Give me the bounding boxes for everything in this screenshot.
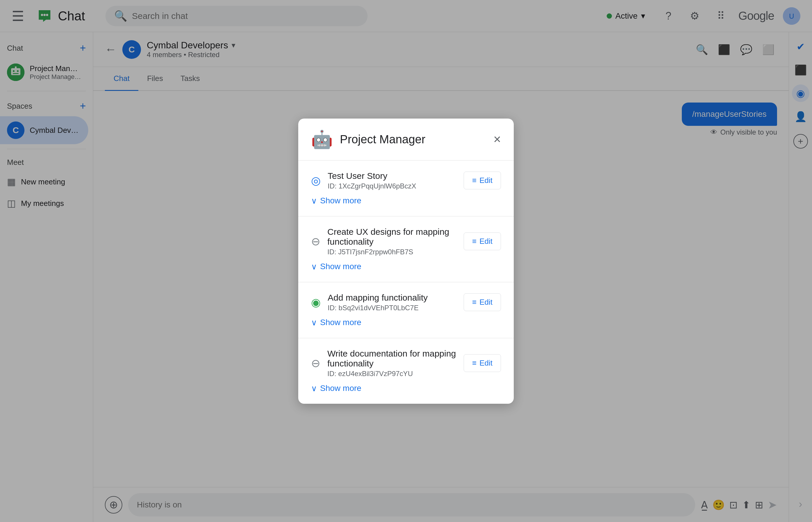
task-status-icon-3: ⊖ bbox=[311, 357, 320, 370]
task-title-3: Write documentation for mapping function… bbox=[327, 349, 457, 368]
modal-body: ◎ Test User Story ID: 1XcZgrPqqUjnlW6pBc… bbox=[298, 161, 514, 404]
task-info-0: Test User Story ID: 1XcZgrPqqUjnlW6pBczX bbox=[328, 171, 457, 190]
task-id-2: ID: bSq2vi1dvVEhPT0LbC7E bbox=[328, 304, 457, 312]
task-status-icon-0: ◎ bbox=[311, 174, 321, 187]
modal-close-button[interactable]: × bbox=[493, 132, 501, 146]
edit-icon-2: ≡ bbox=[472, 298, 476, 307]
edit-button-2[interactable]: ≡ Edit bbox=[464, 293, 501, 311]
show-more-3[interactable]: ∨ Show more bbox=[311, 384, 501, 393]
task-status-icon-2: ◉ bbox=[311, 296, 321, 309]
project-manager-modal: 🤖 Project Manager × ◎ Test User Story ID… bbox=[298, 119, 514, 404]
show-more-text-1: Show more bbox=[320, 262, 362, 271]
task-status-icon-1: ⊖ bbox=[311, 235, 320, 248]
edit-button-0[interactable]: ≡ Edit bbox=[464, 172, 501, 189]
task-id-1: ID: J5TI7jsnF2rppw0hFB7S bbox=[327, 248, 457, 256]
modal-item-row-2: ◉ Add mapping functionality ID: bSq2vi1d… bbox=[311, 293, 501, 312]
modal-item-row-1: ⊖ Create UX designs for mapping function… bbox=[311, 227, 501, 256]
robot-icon: 🤖 bbox=[311, 129, 333, 150]
task-title-1: Create UX designs for mapping functional… bbox=[327, 227, 457, 247]
edit-icon-0: ≡ bbox=[472, 176, 476, 185]
modal-item-2: ◉ Add mapping functionality ID: bSq2vi1d… bbox=[298, 282, 514, 338]
show-more-chevron-0: ∨ bbox=[311, 196, 317, 206]
task-info-1: Create UX designs for mapping functional… bbox=[327, 227, 457, 256]
task-info-2: Add mapping functionality ID: bSq2vi1dvV… bbox=[328, 293, 457, 312]
show-more-text-2: Show more bbox=[320, 318, 362, 327]
edit-button-1[interactable]: ≡ Edit bbox=[464, 233, 501, 250]
task-info-3: Write documentation for mapping function… bbox=[327, 349, 457, 378]
modal-item-row-3: ⊖ Write documentation for mapping functi… bbox=[311, 349, 501, 378]
show-more-1[interactable]: ∨ Show more bbox=[311, 262, 501, 272]
show-more-2[interactable]: ∨ Show more bbox=[311, 318, 501, 327]
task-title-0: Test User Story bbox=[328, 171, 457, 181]
modal-title: Project Manager bbox=[340, 133, 486, 146]
show-more-text-3: Show more bbox=[320, 384, 362, 393]
modal-overlay: 🤖 Project Manager × ◎ Test User Story ID… bbox=[0, 0, 812, 522]
modal-item-row-0: ◎ Test User Story ID: 1XcZgrPqqUjnlW6pBc… bbox=[311, 171, 501, 190]
show-more-chevron-1: ∨ bbox=[311, 262, 317, 272]
modal-item-0: ◎ Test User Story ID: 1XcZgrPqqUjnlW6pBc… bbox=[298, 161, 514, 217]
show-more-text-0: Show more bbox=[320, 196, 362, 205]
show-more-0[interactable]: ∨ Show more bbox=[311, 196, 501, 206]
edit-icon-1: ≡ bbox=[472, 237, 476, 246]
show-more-chevron-2: ∨ bbox=[311, 318, 317, 327]
task-id-0: ID: 1XcZgrPqqUjnlW6pBczX bbox=[328, 182, 457, 190]
task-title-2: Add mapping functionality bbox=[328, 293, 457, 303]
modal-item-3: ⊖ Write documentation for mapping functi… bbox=[298, 338, 514, 404]
modal-header: 🤖 Project Manager × bbox=[298, 119, 514, 161]
edit-icon-3: ≡ bbox=[472, 359, 476, 368]
show-more-chevron-3: ∨ bbox=[311, 384, 317, 393]
edit-button-3[interactable]: ≡ Edit bbox=[464, 354, 501, 372]
modal-item-1: ⊖ Create UX designs for mapping function… bbox=[298, 217, 514, 282]
task-id-3: ID: ezU4exBil3i7VzP97cYU bbox=[327, 370, 457, 378]
